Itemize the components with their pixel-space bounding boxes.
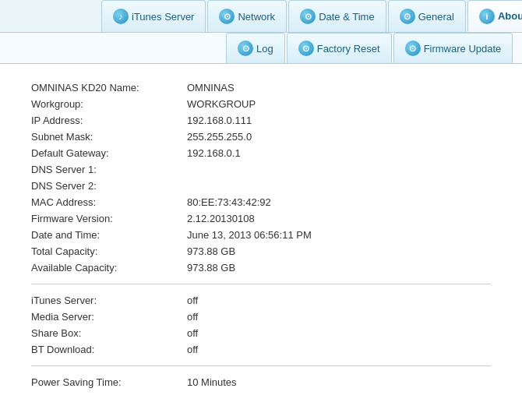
info-value-1: WORKGROUP — [187, 96, 491, 112]
log-icon: ⊙ — [238, 41, 253, 56]
info-row-5: DNS Server 1: — [31, 161, 491, 178]
tab-label-about: About — [498, 10, 522, 22]
service-row-1: Media Server: off — [31, 309, 491, 325]
about-icon: i — [479, 9, 495, 24]
info-row-10: Total Capacity: 973.88 GB — [31, 243, 491, 259]
info-value-6 — [187, 178, 491, 194]
info-row-7: MAC Address: 80:EE:73:43:42:92 — [31, 194, 491, 210]
tab2-factory-reset[interactable]: ⊙ Factory Reset — [287, 33, 392, 63]
info-table: OMNINAS KD20 Name: OMNINAS Workgroup: WO… — [31, 79, 491, 276]
power-table: Power Saving Time: 10 Minutes — [31, 374, 491, 390]
info-row-8: Firmware Version: 2.12.20130108 — [31, 210, 491, 227]
service-row-3: BT Download: off — [31, 341, 491, 358]
info-label-10: Total Capacity: — [31, 243, 187, 259]
info-row-1: Workgroup: WORKGROUP — [31, 96, 491, 112]
info-label-7: MAC Address: — [31, 194, 187, 210]
tab-network[interactable]: ⊙ Network — [207, 0, 287, 32]
service-value-1: off — [187, 309, 491, 325]
service-row-0: iTunes Server: off — [31, 292, 491, 309]
info-row-2: IP Address: 192.168.0.111 — [31, 112, 491, 129]
info-label-9: Date and Time: — [31, 227, 187, 243]
tab2-label-factory-reset: Factory Reset — [317, 43, 380, 55]
power-label-0: Power Saving Time: — [31, 374, 187, 390]
factory-reset-icon: ⊙ — [298, 41, 314, 56]
services-table: iTunes Server: off Media Server: off Sha… — [31, 292, 491, 358]
tab-itunes-server[interactable]: ♪ iTunes Server — [101, 0, 206, 32]
service-label-3: BT Download: — [31, 341, 187, 358]
general-icon: ⊙ — [400, 9, 415, 24]
info-label-2: IP Address: — [31, 112, 187, 129]
info-row-4: Default Gateway: 192.168.0.1 — [31, 145, 491, 161]
info-label-3: Subnet Mask: — [31, 129, 187, 145]
info-label-8: Firmware Version: — [31, 210, 187, 227]
service-label-2: Share Box: — [31, 325, 187, 341]
info-label-11: Available Capacity: — [31, 259, 187, 276]
service-label-0: iTunes Server: — [31, 292, 187, 309]
service-value-3: off — [187, 341, 491, 358]
info-row-9: Date and Time: June 13, 2013 06:56:11 PM — [31, 227, 491, 243]
info-row-11: Available Capacity: 973.88 GB — [31, 259, 491, 276]
tab2-log[interactable]: ⊙ Log — [226, 33, 285, 63]
tab-general[interactable]: ⊙ General — [388, 0, 466, 32]
network-icon: ⊙ — [219, 9, 235, 24]
info-value-8: 2.12.20130108 — [187, 210, 491, 227]
power-row-0: Power Saving Time: 10 Minutes — [31, 374, 491, 390]
content-area: OMNINAS KD20 Name: OMNINAS Workgroup: WO… — [0, 64, 522, 406]
info-label-5: DNS Server 1: — [31, 161, 187, 178]
info-row-0: OMNINAS KD20 Name: OMNINAS — [31, 79, 491, 96]
firmware-update-icon: ⊙ — [405, 41, 421, 56]
tab-about[interactable]: i About — [467, 0, 522, 32]
service-value-0: off — [187, 292, 491, 309]
info-value-11: 973.88 GB — [187, 259, 491, 276]
info-row-6: DNS Server 2: — [31, 178, 491, 194]
info-value-3: 255.255.255.0 — [187, 129, 491, 145]
tab-label-itunes-server: iTunes Server — [132, 11, 194, 23]
tab2-label-firmware-update: Firmware Update — [424, 43, 502, 55]
info-label-4: Default Gateway: — [31, 145, 187, 161]
info-value-0: OMNINAS — [187, 79, 491, 96]
service-label-1: Media Server: — [31, 309, 187, 325]
tab-label-general: General — [418, 11, 454, 23]
itunes-server-icon: ♪ — [113, 9, 129, 24]
info-value-5 — [187, 161, 491, 178]
info-row-3: Subnet Mask: 255.255.255.0 — [31, 129, 491, 145]
tab-date-time[interactable]: ⊙ Date & Time — [288, 0, 386, 32]
info-label-1: Workgroup: — [31, 96, 187, 112]
info-value-4: 192.168.0.1 — [187, 145, 491, 161]
info-label-6: DNS Server 2: — [31, 178, 187, 194]
info-value-2: 192.168.0.111 — [187, 112, 491, 129]
tab2-label-log: Log — [256, 43, 273, 55]
info-value-7: 80:EE:73:43:42:92 — [187, 194, 491, 210]
service-value-2: off — [187, 325, 491, 341]
tab-label-date-time: Date & Time — [319, 11, 375, 23]
tab2-firmware-update[interactable]: ⊙ Firmware Update — [393, 33, 513, 63]
info-value-9: June 13, 2013 06:56:11 PM — [187, 227, 491, 243]
top-tab-bar: ♪ iTunes Server ⊙ Network ⊙ Date & Time … — [0, 0, 522, 33]
power-value-0: 10 Minutes — [187, 374, 491, 390]
second-tab-bar: ⊙ Log ⊙ Factory Reset ⊙ Firmware Update — [0, 33, 522, 64]
info-value-10: 973.88 GB — [187, 243, 491, 259]
info-label-0: OMNINAS KD20 Name: — [31, 79, 187, 96]
date-time-icon: ⊙ — [300, 9, 316, 24]
tab-label-network: Network — [238, 11, 275, 23]
service-row-2: Share Box: off — [31, 325, 491, 341]
